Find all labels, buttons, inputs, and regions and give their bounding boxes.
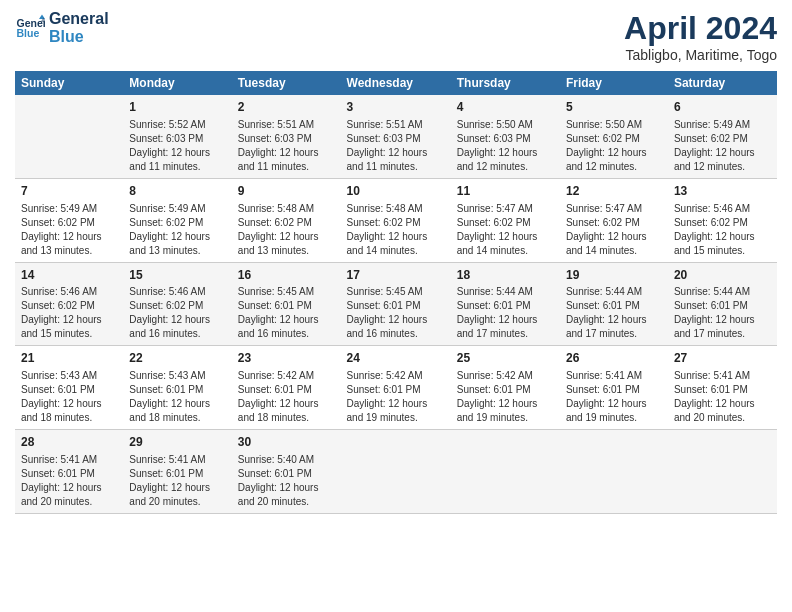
cell-w4-d4 xyxy=(451,430,560,514)
calendar-header-row: SundayMondayTuesdayWednesdayThursdayFrid… xyxy=(15,71,777,95)
day-info: Sunrise: 5:50 AM Sunset: 6:03 PM Dayligh… xyxy=(457,118,554,174)
day-info: Sunrise: 5:46 AM Sunset: 6:02 PM Dayligh… xyxy=(129,285,226,341)
day-number: 1 xyxy=(129,99,226,116)
day-number: 6 xyxy=(674,99,771,116)
week-row-3: 21Sunrise: 5:43 AM Sunset: 6:01 PM Dayli… xyxy=(15,346,777,430)
day-info: Sunrise: 5:45 AM Sunset: 6:01 PM Dayligh… xyxy=(347,285,445,341)
day-number: 3 xyxy=(347,99,445,116)
day-number: 28 xyxy=(21,434,117,451)
day-info: Sunrise: 5:45 AM Sunset: 6:01 PM Dayligh… xyxy=(238,285,335,341)
cell-w3-d3: 24Sunrise: 5:42 AM Sunset: 6:01 PM Dayli… xyxy=(341,346,451,430)
col-header-monday: Monday xyxy=(123,71,232,95)
col-header-friday: Friday xyxy=(560,71,668,95)
day-info: Sunrise: 5:40 AM Sunset: 6:01 PM Dayligh… xyxy=(238,453,335,509)
day-number: 24 xyxy=(347,350,445,367)
week-row-2: 14Sunrise: 5:46 AM Sunset: 6:02 PM Dayli… xyxy=(15,262,777,346)
cell-w2-d1: 15Sunrise: 5:46 AM Sunset: 6:02 PM Dayli… xyxy=(123,262,232,346)
page-header: General Blue General Blue April 2024 Tab… xyxy=(15,10,777,63)
day-info: Sunrise: 5:51 AM Sunset: 6:03 PM Dayligh… xyxy=(347,118,445,174)
svg-text:Blue: Blue xyxy=(17,27,40,39)
day-number: 21 xyxy=(21,350,117,367)
cell-w1-d1: 8Sunrise: 5:49 AM Sunset: 6:02 PM Daylig… xyxy=(123,178,232,262)
day-number: 22 xyxy=(129,350,226,367)
month-title: April 2024 xyxy=(624,10,777,47)
day-number: 11 xyxy=(457,183,554,200)
day-info: Sunrise: 5:44 AM Sunset: 6:01 PM Dayligh… xyxy=(566,285,662,341)
day-number: 15 xyxy=(129,267,226,284)
day-number: 2 xyxy=(238,99,335,116)
calendar-table: SundayMondayTuesdayWednesdayThursdayFrid… xyxy=(15,71,777,514)
col-header-thursday: Thursday xyxy=(451,71,560,95)
day-info: Sunrise: 5:43 AM Sunset: 6:01 PM Dayligh… xyxy=(129,369,226,425)
cell-w0-d6: 6Sunrise: 5:49 AM Sunset: 6:02 PM Daylig… xyxy=(668,95,777,178)
location: Tabligbo, Maritime, Togo xyxy=(624,47,777,63)
day-info: Sunrise: 5:47 AM Sunset: 6:02 PM Dayligh… xyxy=(566,202,662,258)
cell-w2-d2: 16Sunrise: 5:45 AM Sunset: 6:01 PM Dayli… xyxy=(232,262,341,346)
day-info: Sunrise: 5:41 AM Sunset: 6:01 PM Dayligh… xyxy=(674,369,771,425)
day-number: 16 xyxy=(238,267,335,284)
cell-w0-d0 xyxy=(15,95,123,178)
day-info: Sunrise: 5:42 AM Sunset: 6:01 PM Dayligh… xyxy=(457,369,554,425)
day-number: 10 xyxy=(347,183,445,200)
col-header-wednesday: Wednesday xyxy=(341,71,451,95)
col-header-sunday: Sunday xyxy=(15,71,123,95)
day-number: 25 xyxy=(457,350,554,367)
cell-w3-d1: 22Sunrise: 5:43 AM Sunset: 6:01 PM Dayli… xyxy=(123,346,232,430)
day-number: 12 xyxy=(566,183,662,200)
cell-w3-d6: 27Sunrise: 5:41 AM Sunset: 6:01 PM Dayli… xyxy=(668,346,777,430)
cell-w2-d3: 17Sunrise: 5:45 AM Sunset: 6:01 PM Dayli… xyxy=(341,262,451,346)
day-info: Sunrise: 5:49 AM Sunset: 6:02 PM Dayligh… xyxy=(21,202,117,258)
cell-w0-d5: 5Sunrise: 5:50 AM Sunset: 6:02 PM Daylig… xyxy=(560,95,668,178)
cell-w2-d4: 18Sunrise: 5:44 AM Sunset: 6:01 PM Dayli… xyxy=(451,262,560,346)
logo-blue: Blue xyxy=(49,28,109,46)
cell-w3-d5: 26Sunrise: 5:41 AM Sunset: 6:01 PM Dayli… xyxy=(560,346,668,430)
day-number: 23 xyxy=(238,350,335,367)
col-header-saturday: Saturday xyxy=(668,71,777,95)
logo-icon: General Blue xyxy=(15,13,45,43)
title-block: April 2024 Tabligbo, Maritime, Togo xyxy=(624,10,777,63)
day-info: Sunrise: 5:50 AM Sunset: 6:02 PM Dayligh… xyxy=(566,118,662,174)
cell-w3-d2: 23Sunrise: 5:42 AM Sunset: 6:01 PM Dayli… xyxy=(232,346,341,430)
day-info: Sunrise: 5:41 AM Sunset: 6:01 PM Dayligh… xyxy=(566,369,662,425)
day-number: 5 xyxy=(566,99,662,116)
cell-w4-d1: 29Sunrise: 5:41 AM Sunset: 6:01 PM Dayli… xyxy=(123,430,232,514)
day-info: Sunrise: 5:42 AM Sunset: 6:01 PM Dayligh… xyxy=(347,369,445,425)
cell-w1-d4: 11Sunrise: 5:47 AM Sunset: 6:02 PM Dayli… xyxy=(451,178,560,262)
week-row-0: 1Sunrise: 5:52 AM Sunset: 6:03 PM Daylig… xyxy=(15,95,777,178)
day-info: Sunrise: 5:41 AM Sunset: 6:01 PM Dayligh… xyxy=(21,453,117,509)
day-info: Sunrise: 5:49 AM Sunset: 6:02 PM Dayligh… xyxy=(129,202,226,258)
day-info: Sunrise: 5:48 AM Sunset: 6:02 PM Dayligh… xyxy=(238,202,335,258)
col-header-tuesday: Tuesday xyxy=(232,71,341,95)
day-number: 27 xyxy=(674,350,771,367)
day-number: 19 xyxy=(566,267,662,284)
day-number: 7 xyxy=(21,183,117,200)
cell-w3-d0: 21Sunrise: 5:43 AM Sunset: 6:01 PM Dayli… xyxy=(15,346,123,430)
cell-w2-d5: 19Sunrise: 5:44 AM Sunset: 6:01 PM Dayli… xyxy=(560,262,668,346)
cell-w4-d5 xyxy=(560,430,668,514)
cell-w0-d1: 1Sunrise: 5:52 AM Sunset: 6:03 PM Daylig… xyxy=(123,95,232,178)
cell-w1-d6: 13Sunrise: 5:46 AM Sunset: 6:02 PM Dayli… xyxy=(668,178,777,262)
cell-w2-d6: 20Sunrise: 5:44 AM Sunset: 6:01 PM Dayli… xyxy=(668,262,777,346)
cell-w4-d2: 30Sunrise: 5:40 AM Sunset: 6:01 PM Dayli… xyxy=(232,430,341,514)
cell-w1-d2: 9Sunrise: 5:48 AM Sunset: 6:02 PM Daylig… xyxy=(232,178,341,262)
day-number: 9 xyxy=(238,183,335,200)
day-number: 30 xyxy=(238,434,335,451)
day-number: 17 xyxy=(347,267,445,284)
logo-general: General xyxy=(49,10,109,28)
cell-w4-d0: 28Sunrise: 5:41 AM Sunset: 6:01 PM Dayli… xyxy=(15,430,123,514)
day-info: Sunrise: 5:46 AM Sunset: 6:02 PM Dayligh… xyxy=(674,202,771,258)
cell-w2-d0: 14Sunrise: 5:46 AM Sunset: 6:02 PM Dayli… xyxy=(15,262,123,346)
day-info: Sunrise: 5:42 AM Sunset: 6:01 PM Dayligh… xyxy=(238,369,335,425)
logo: General Blue General Blue xyxy=(15,10,109,45)
day-info: Sunrise: 5:52 AM Sunset: 6:03 PM Dayligh… xyxy=(129,118,226,174)
day-number: 8 xyxy=(129,183,226,200)
cell-w0-d4: 4Sunrise: 5:50 AM Sunset: 6:03 PM Daylig… xyxy=(451,95,560,178)
cell-w1-d5: 12Sunrise: 5:47 AM Sunset: 6:02 PM Dayli… xyxy=(560,178,668,262)
day-info: Sunrise: 5:44 AM Sunset: 6:01 PM Dayligh… xyxy=(457,285,554,341)
day-info: Sunrise: 5:41 AM Sunset: 6:01 PM Dayligh… xyxy=(129,453,226,509)
day-number: 14 xyxy=(21,267,117,284)
day-number: 20 xyxy=(674,267,771,284)
week-row-1: 7Sunrise: 5:49 AM Sunset: 6:02 PM Daylig… xyxy=(15,178,777,262)
cell-w1-d0: 7Sunrise: 5:49 AM Sunset: 6:02 PM Daylig… xyxy=(15,178,123,262)
day-info: Sunrise: 5:46 AM Sunset: 6:02 PM Dayligh… xyxy=(21,285,117,341)
